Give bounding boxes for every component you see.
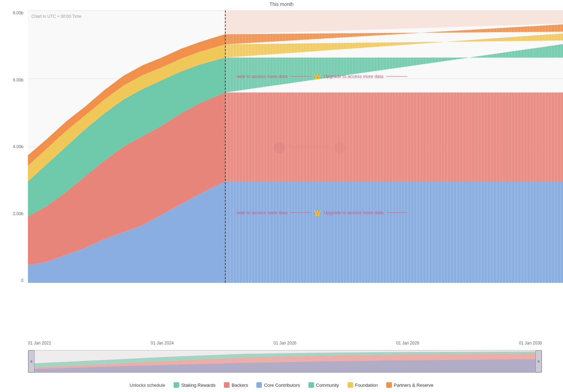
today-line xyxy=(225,10,226,283)
legend-title: Unlocks schedule xyxy=(130,383,165,388)
y-axis-label-0: 0 xyxy=(5,278,26,283)
x-axis: 01 Jan 2022 01 Jan 2024 01 Jan 2026 01 J… xyxy=(28,340,542,347)
legend-item-core: Core Contributors xyxy=(256,382,300,388)
legend-label-backers: Backers xyxy=(232,383,248,388)
chart-title: This month xyxy=(269,1,293,7)
legend-color-staking xyxy=(174,382,179,388)
x-axis-label-2024: 01 Jan 2024 xyxy=(151,341,174,346)
legend-color-backers xyxy=(224,382,229,388)
legend-label-partners: Partners & Reserve xyxy=(394,383,433,388)
y-axis-label-6b: 6.00b xyxy=(5,78,26,82)
legend-label-staking: Staking Rewards xyxy=(181,383,215,388)
upgrade-text-partial-1: rade to access more data xyxy=(236,74,287,79)
minimap-handle-right[interactable]: ⏸ xyxy=(535,350,542,372)
x-axis-label-2028: 01 Jan 2028 xyxy=(396,341,419,346)
legend-label-foundation: Foundation xyxy=(355,383,378,388)
upgrade-overlay-top: rade to access more data 👑 Upgrade to ac… xyxy=(236,73,407,80)
minimap-content xyxy=(35,350,535,372)
upgrade-text-full-2: Upgrade to access more data xyxy=(324,210,383,215)
upgrade-line-top-2 xyxy=(386,76,407,77)
legend-item-foundation: Foundation xyxy=(348,382,378,388)
y-axis: 8.00b 6.00b 4.00b 2.00b 0 xyxy=(5,10,26,283)
minimap-handle-left[interactable]: ⏸ xyxy=(28,350,35,372)
upgrade-text-partial-2: rade to access more data xyxy=(236,210,287,215)
legend-label-community: Community xyxy=(316,383,339,388)
legend-color-foundation xyxy=(348,382,353,388)
crown-icon-top: 👑 xyxy=(314,73,321,80)
upgrade-line-bottom-1 xyxy=(290,212,311,213)
legend-color-community xyxy=(308,382,314,388)
upgrade-line-top-1 xyxy=(290,76,311,77)
legend: Unlocks schedule Staking Rewards Backers… xyxy=(0,378,563,392)
x-axis-label-2022: 01 Jan 2022 xyxy=(28,341,51,346)
y-axis-label-2b: 2.00b xyxy=(5,211,26,216)
legend-item-staking: Staking Rewards xyxy=(174,382,215,388)
svg-marker-19 xyxy=(225,93,563,182)
upgrade-text-full-1: Upgrade to access more data xyxy=(324,74,383,79)
legend-color-core xyxy=(256,382,262,388)
chart-svg xyxy=(28,10,563,283)
y-axis-label-8b: 8.00b xyxy=(5,10,26,15)
y-axis-label-4b: 4.00b xyxy=(5,144,26,149)
chart-container: This month 8.00b 6.00b 4.00b 2.00b 0 Cha… xyxy=(0,0,563,392)
crown-icon-bottom: 👑 xyxy=(314,209,321,216)
x-axis-label-2026: 01 Jan 2026 xyxy=(273,341,297,346)
legend-label-core: Core Contributors xyxy=(264,383,300,388)
legend-item-community: Community xyxy=(308,382,339,388)
chart-area: Chart in UTC + 00:00 Time xyxy=(28,10,563,283)
utc-label: Chart in UTC + 00:00 Time xyxy=(31,14,81,19)
upgrade-overlay-bottom: rade to access more data 👑 Upgrade to ac… xyxy=(236,209,407,216)
svg-marker-17 xyxy=(225,181,563,283)
minimap[interactable]: ⏸ ⏸ xyxy=(28,350,542,373)
legend-color-partners xyxy=(386,382,392,388)
grid-line-0 xyxy=(28,283,563,283)
legend-item-partners: Partners & Reserve xyxy=(386,382,433,388)
x-axis-label-2030: 01 Jan 2030 xyxy=(519,341,542,346)
upgrade-line-bottom-2 xyxy=(386,212,407,213)
legend-item-backers: Backers xyxy=(224,382,248,388)
